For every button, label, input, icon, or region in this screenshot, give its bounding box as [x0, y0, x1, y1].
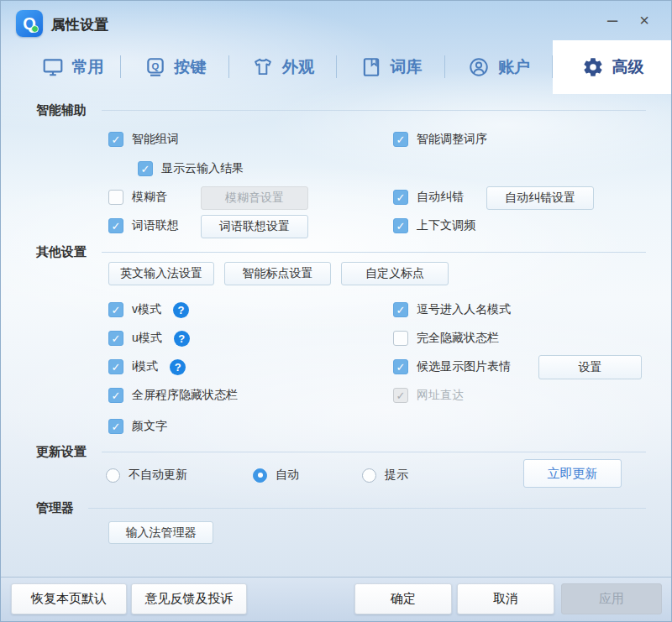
section-divider: [102, 110, 646, 111]
help-icon[interactable]: ?: [174, 331, 190, 347]
tab-account[interactable]: 账户: [445, 40, 553, 94]
tab-dictionary[interactable]: 词库: [337, 40, 445, 94]
close-icon: ×: [639, 11, 649, 30]
tab-common[interactable]: 常用: [24, 40, 121, 94]
minimize-icon: –: [607, 9, 617, 31]
tab-label: 外观: [282, 56, 314, 78]
help-icon[interactable]: ?: [173, 302, 189, 318]
tab-appearance[interactable]: 外观: [229, 40, 337, 94]
svg-text:Q: Q: [151, 61, 159, 71]
checkbox-comma-name-mode[interactable]: 逗号进入人名模式: [393, 301, 511, 318]
checkbox-icon: [393, 132, 408, 147]
autocorrect-settings-button[interactable]: 自动纠错设置: [486, 186, 594, 210]
checkbox-icon: [108, 388, 123, 403]
checkbox-smart-reorder[interactable]: 智能调整词序: [393, 131, 487, 148]
keycap-q-icon: Q: [144, 56, 166, 78]
checkbox-icon: [138, 161, 153, 176]
help-icon[interactable]: ?: [170, 359, 186, 375]
checkbox-cloud-results[interactable]: 显示云输入结果: [138, 160, 244, 177]
checkbox-url-direct: 网址直达: [393, 387, 464, 404]
checkbox-icon: [108, 190, 123, 205]
checkbox-fuzzy-pinyin[interactable]: 模糊音: [108, 189, 167, 206]
custom-punctuation-button[interactable]: 自定义标点: [341, 262, 449, 285]
section-divider: [102, 252, 646, 253]
checkbox-icon: [393, 302, 408, 317]
checkbox-hide-status-bar[interactable]: 完全隐藏状态栏: [393, 330, 499, 347]
tab-label: 按键: [175, 56, 207, 78]
checkbox-icon: [393, 331, 408, 346]
section-divider: [88, 508, 646, 509]
section-title-manager: 管理器: [36, 499, 74, 516]
radio-prompt-update[interactable]: 提示: [362, 468, 408, 483]
checkbox-icon: [108, 331, 123, 346]
checkbox-i-mode[interactable]: i模式 ?: [108, 358, 186, 375]
checkbox-v-mode[interactable]: v模式 ?: [108, 301, 189, 318]
ok-button[interactable]: 确定: [354, 583, 452, 614]
tshirt-icon: [252, 56, 274, 78]
radio-icon: [106, 468, 120, 483]
checkbox-autocorrect[interactable]: 自动纠错: [393, 189, 464, 206]
tab-keys[interactable]: Q 按键: [121, 40, 229, 94]
checkbox-kaomoji[interactable]: 颜文字: [108, 418, 167, 435]
app-logo: Q: [16, 10, 43, 37]
association-settings-button[interactable]: 词语联想设置: [201, 215, 308, 238]
tab-bar: 常用 Q 按键 外观 词库 账户 高级: [24, 40, 672, 94]
checkbox-word-association[interactable]: 词语联想: [108, 217, 179, 234]
checkbox-u-mode[interactable]: u模式 ?: [108, 330, 190, 347]
ime-manager-button[interactable]: 输入法管理器: [108, 521, 213, 544]
tab-label: 高级: [612, 56, 644, 78]
checkbox-icon: [108, 359, 123, 374]
monitor-icon: [42, 56, 64, 78]
footer-bar: 恢复本页默认 意见反馈及投诉 确定 取消 应用: [1, 577, 671, 621]
restore-defaults-button[interactable]: 恢复本页默认: [11, 583, 127, 614]
logo-status-dot: [31, 25, 39, 33]
tab-label: 词库: [391, 56, 423, 78]
checkbox-icon: [393, 359, 408, 374]
checkbox-icon: [108, 218, 123, 233]
cancel-button[interactable]: 取消: [457, 583, 554, 614]
tab-label: 账户: [498, 56, 530, 78]
tab-advanced[interactable]: 高级: [553, 40, 672, 94]
section-divider: [102, 452, 646, 452]
pic-emoji-settings-button[interactable]: 设置: [538, 355, 642, 379]
radio-auto-update[interactable]: 自动: [253, 468, 299, 483]
fuzzy-settings-button[interactable]: 模糊音设置: [201, 186, 308, 210]
checkbox-icon: [393, 190, 408, 205]
checkbox-icon: [108, 302, 123, 317]
feedback-button[interactable]: 意见反馈及投诉: [131, 583, 247, 614]
checkbox-context-frequency[interactable]: 上下文调频: [393, 217, 475, 234]
english-ime-settings-button[interactable]: 英文输入法设置: [108, 262, 214, 285]
update-now-button[interactable]: 立即更新: [523, 459, 622, 488]
checkbox-icon: [108, 132, 123, 147]
gear-icon: [582, 56, 604, 78]
window-title: 属性设置: [51, 15, 108, 34]
account-icon: [468, 56, 490, 78]
apply-button: 应用: [561, 583, 662, 614]
checkbox-fullscreen-hide-status[interactable]: 全屏程序隐藏状态栏: [108, 387, 238, 404]
dictionary-icon: [360, 56, 382, 78]
radio-icon: [362, 468, 376, 483]
properties-settings-window: Q 属性设置 – × 常用 Q 按键 外观 词库 账户 高级 智能: [0, 0, 672, 622]
checkbox-icon: [393, 388, 408, 403]
section-title-smart-assist: 智能辅助: [36, 102, 87, 118]
section-title-other-settings: 其他设置: [36, 243, 87, 260]
smart-punctuation-settings-button[interactable]: 智能标点设置: [224, 262, 331, 285]
tab-label: 常用: [72, 56, 104, 78]
checkbox-icon: [393, 218, 408, 233]
radio-no-auto-update[interactable]: 不自动更新: [106, 468, 187, 483]
checkbox-candidate-pic-emoji[interactable]: 候选显示图片表情: [393, 358, 511, 375]
section-title-update-settings: 更新设置: [36, 443, 87, 460]
checkbox-smart-compose[interactable]: 智能组词: [108, 131, 179, 148]
radio-icon: [253, 468, 267, 483]
close-button[interactable]: ×: [631, 8, 658, 33]
checkbox-icon: [108, 419, 123, 434]
minimize-button[interactable]: –: [599, 8, 626, 33]
